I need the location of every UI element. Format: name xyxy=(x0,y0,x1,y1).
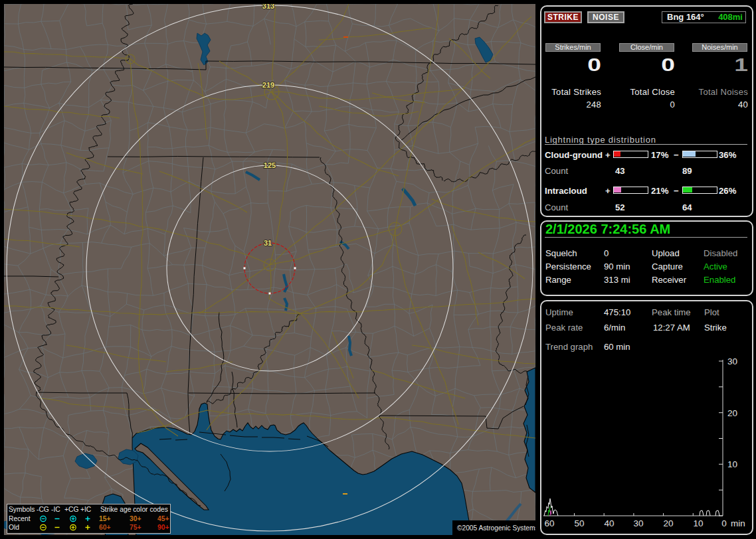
svg-text:10: 10 xyxy=(727,459,737,469)
svg-text:-IC: -IC xyxy=(51,506,60,513)
svg-text:219: 219 xyxy=(262,81,274,89)
svg-text:90+: 90+ xyxy=(157,524,169,531)
svg-text:60: 60 xyxy=(544,518,554,528)
svg-text:-CG: -CG xyxy=(37,506,49,513)
svg-text:50: 50 xyxy=(574,518,584,528)
svg-text:125: 125 xyxy=(264,161,276,169)
svg-text:30: 30 xyxy=(633,518,643,528)
svg-text:313: 313 xyxy=(262,4,274,10)
svg-text:Strike age color codes: Strike age color codes xyxy=(100,506,168,513)
svg-text:0: 0 xyxy=(721,518,727,528)
svg-text:30+: 30+ xyxy=(130,515,141,522)
svg-text:60+: 60+ xyxy=(99,524,110,531)
svg-text:40: 40 xyxy=(604,518,614,528)
svg-text:Symbols: Symbols xyxy=(9,506,35,513)
svg-text:45+: 45+ xyxy=(157,515,169,522)
svg-text:20: 20 xyxy=(663,518,673,528)
svg-text:Old: Old xyxy=(9,524,19,531)
svg-text:15+: 15+ xyxy=(99,515,110,522)
svg-text:75+: 75+ xyxy=(130,524,141,531)
svg-text:30: 30 xyxy=(727,356,737,366)
svg-text:+IC: +IC xyxy=(80,506,92,513)
svg-text:©2005 Astrogenic Systems: ©2005 Astrogenic Systems xyxy=(457,524,535,532)
svg-text:Recent: Recent xyxy=(9,515,31,522)
svg-text:min: min xyxy=(731,518,745,528)
svg-text:31: 31 xyxy=(264,239,272,247)
svg-text:+CG: +CG xyxy=(64,506,78,513)
svg-text:10: 10 xyxy=(693,518,703,528)
svg-text:20: 20 xyxy=(727,408,737,418)
